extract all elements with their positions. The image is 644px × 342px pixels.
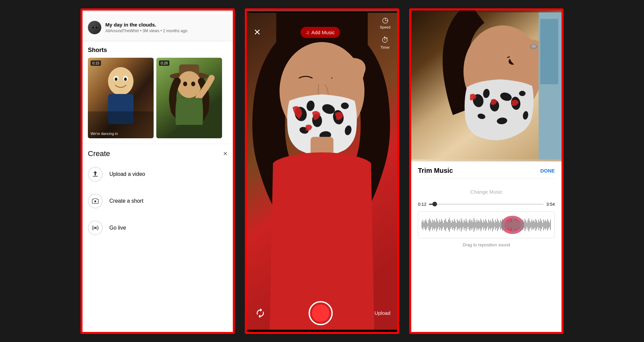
add-music-button[interactable]: ♫ Add Music — [301, 27, 340, 38]
svg-rect-89 — [460, 222, 461, 228]
svg-rect-169 — [536, 221, 537, 229]
svg-rect-61 — [432, 219, 433, 230]
svg-rect-72 — [443, 223, 444, 227]
svg-rect-53 — [425, 221, 425, 229]
video-meta: My day in the clouds. AllAroundTheWhirl … — [105, 21, 227, 34]
svg-rect-118 — [488, 219, 489, 230]
waveform-svg — [421, 213, 552, 237]
create-upload-item[interactable]: Upload a video — [83, 161, 233, 188]
svg-rect-96 — [467, 221, 468, 229]
svg-rect-15 — [93, 176, 98, 177]
svg-rect-67 — [438, 223, 439, 227]
svg-rect-49 — [540, 19, 558, 84]
svg-rect-124 — [492, 218, 493, 231]
time-slider[interactable] — [429, 204, 543, 205]
svg-rect-129 — [497, 218, 498, 231]
create-close-button[interactable]: × — [223, 149, 227, 158]
create-live-item[interactable]: Go live — [83, 214, 233, 241]
svg-rect-173 — [540, 218, 541, 231]
svg-rect-137 — [505, 219, 506, 230]
svg-point-5 — [115, 78, 117, 81]
svg-rect-125 — [493, 221, 494, 229]
timer-control[interactable]: ⏱ Timer — [380, 36, 390, 49]
svg-rect-60 — [431, 223, 432, 227]
trim-done-button[interactable]: DONE — [540, 168, 555, 174]
upload-video-label: Upload a video — [109, 171, 145, 177]
video-item-area: 🕶️ My day in the clouds. AllAroundTheWhi… — [83, 14, 233, 41]
svg-rect-76 — [447, 222, 448, 228]
svg-rect-95 — [466, 218, 467, 231]
svg-rect-146 — [514, 218, 515, 231]
svg-rect-163 — [531, 222, 531, 228]
svg-rect-147 — [515, 221, 516, 229]
svg-rect-57 — [428, 220, 429, 230]
svg-rect-154 — [522, 223, 522, 227]
camera-close-button[interactable]: ✕ — [254, 27, 261, 38]
avatar: 🕶️ — [88, 21, 101, 34]
svg-rect-149 — [517, 221, 518, 228]
flip-icon — [255, 308, 266, 319]
create-short-item[interactable]: Create a short — [83, 188, 233, 214]
change-music-label: Change Music — [470, 189, 502, 195]
svg-rect-81 — [452, 220, 453, 230]
svg-rect-101 — [472, 219, 472, 230]
svg-rect-93 — [464, 219, 465, 230]
svg-rect-100 — [471, 221, 471, 228]
svg-rect-50 — [422, 222, 422, 228]
short-thumb-1-svg: We're dancing in — [88, 58, 154, 138]
speed-control[interactable]: ◷ Speed — [380, 16, 390, 29]
svg-rect-117 — [487, 223, 488, 227]
svg-text:We're dancing in: We're dancing in — [91, 132, 118, 136]
svg-rect-148 — [516, 219, 517, 230]
svg-rect-128 — [496, 222, 497, 228]
speed-label: Speed — [380, 25, 390, 29]
video-title: My day in the clouds. — [105, 21, 227, 28]
svg-rect-77 — [448, 219, 449, 230]
svg-rect-155 — [523, 219, 523, 230]
svg-rect-160 — [528, 220, 528, 230]
svg-rect-180 — [547, 219, 548, 231]
waveform-container[interactable] — [418, 211, 555, 238]
video-subtitle: AllAroundTheWhirl • 3M views • 2 months … — [105, 29, 227, 33]
svg-rect-170 — [537, 223, 538, 227]
svg-rect-75 — [446, 221, 447, 228]
svg-rect-131 — [499, 223, 500, 227]
svg-rect-158 — [526, 221, 526, 229]
svg-rect-161 — [529, 218, 529, 231]
svg-rect-79 — [450, 221, 451, 229]
svg-rect-108 — [479, 220, 479, 230]
svg-rect-66 — [437, 221, 438, 229]
svg-rect-171 — [538, 219, 539, 230]
drag-reposition-label: Drag to reposition sound — [418, 242, 555, 247]
svg-rect-135 — [503, 221, 504, 229]
svg-rect-87 — [458, 221, 459, 228]
speed-icon: ◷ — [382, 16, 388, 25]
go-live-label: Go live — [109, 225, 126, 231]
upload-button-camera[interactable]: Upload — [374, 310, 390, 316]
scroll-indicator — [83, 10, 233, 11]
svg-rect-140 — [508, 222, 508, 228]
trim-header: Trim Music DONE — [418, 161, 555, 179]
svg-rect-97 — [468, 223, 468, 227]
svg-rect-119 — [489, 221, 490, 228]
svg-rect-110 — [480, 218, 481, 231]
shorts-title: Shorts — [88, 47, 227, 54]
add-music-label: Add Music — [311, 30, 335, 35]
flip-camera-button[interactable] — [254, 306, 267, 320]
svg-rect-164 — [532, 219, 532, 230]
record-button[interactable] — [309, 301, 333, 325]
svg-rect-133 — [501, 221, 502, 228]
camera-bottom-controls: Upload — [247, 294, 397, 332]
svg-rect-136 — [504, 223, 505, 227]
svg-rect-98 — [469, 220, 469, 229]
time-end: 3:54 — [546, 202, 555, 207]
svg-rect-69 — [440, 222, 441, 228]
svg-rect-114 — [484, 222, 485, 228]
svg-rect-167 — [534, 222, 535, 228]
svg-rect-104 — [475, 220, 475, 229]
short-thumb-1[interactable]: We're dancing in 0:15 — [88, 58, 154, 138]
video-item[interactable]: 🕶️ My day in the clouds. AllAroundTheWhi… — [88, 18, 227, 37]
short-thumb-2[interactable]: 0:28 — [156, 58, 222, 138]
time-slider-thumb[interactable] — [432, 202, 437, 206]
svg-rect-51 — [423, 220, 423, 230]
